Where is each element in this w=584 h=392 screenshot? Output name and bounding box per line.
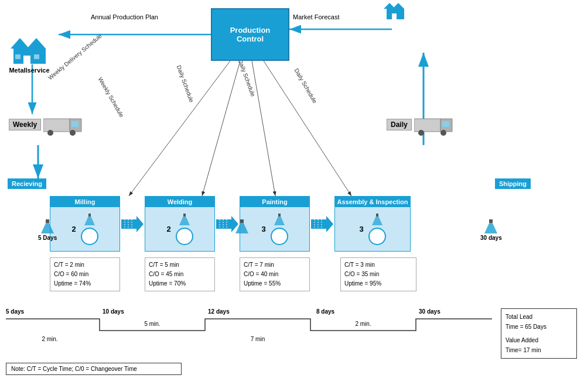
note-box: Note: C/T = Cycle Time; C/0 = Changeover… xyxy=(6,363,182,375)
inv-triangle-1 xyxy=(235,219,248,235)
svg-rect-27 xyxy=(414,119,440,132)
value-added-line2: Time= 17 min xyxy=(506,345,572,355)
assembly-push-icon xyxy=(372,214,382,225)
inv-tri-svg-1 xyxy=(235,219,248,233)
metallservice-area: Metallservice xyxy=(3,38,56,74)
milling-box: Milling 2 xyxy=(50,196,120,252)
svg-point-26 xyxy=(70,130,76,136)
milling-uptime: Uptime = 74% xyxy=(54,279,116,288)
svg-rect-57 xyxy=(489,219,493,223)
daily-schedule-label-3: Daily Schedule xyxy=(293,67,318,104)
daily-label: Daily xyxy=(387,119,412,130)
svg-rect-39 xyxy=(183,214,186,216)
svg-rect-29 xyxy=(442,121,449,127)
push-arrow-3 xyxy=(310,215,334,233)
painting-circle xyxy=(271,228,288,245)
milling-ct: C/T = 2 min xyxy=(54,260,116,270)
daily-truck-area: Daily xyxy=(387,114,463,136)
svg-text:5 min.: 5 min. xyxy=(144,321,160,327)
receiving-box: Recieving xyxy=(8,178,46,189)
info-row: C/T = 2 min C/O = 60 min Uptime = 74% C/… xyxy=(50,257,416,291)
shipping-box: Shipping xyxy=(495,178,531,189)
milling-title: Milling xyxy=(50,197,119,207)
svg-text:2 min.: 2 min. xyxy=(42,336,57,342)
svg-point-30 xyxy=(418,130,424,136)
inv-triangle-2: 30 days xyxy=(480,219,502,241)
svg-rect-19 xyxy=(23,56,30,64)
svg-rect-33 xyxy=(88,214,91,216)
welding-co: C/O = 45 min xyxy=(149,270,211,279)
welding-box: Welding 2 xyxy=(145,196,215,252)
inv-days-2: 30 days xyxy=(480,235,502,241)
milling-qty: 2 xyxy=(71,225,76,233)
welding-qty: 2 xyxy=(166,225,170,233)
svg-rect-20 xyxy=(15,54,21,59)
welding-title: Welding xyxy=(145,197,214,207)
painting-title: Painting xyxy=(240,197,309,207)
svg-line-11 xyxy=(264,61,351,196)
svg-marker-14 xyxy=(392,3,404,9)
inv-tri-svg-2 xyxy=(484,219,497,233)
production-control-box: Production Control xyxy=(211,8,289,61)
inv-days-0: 5 Days xyxy=(38,235,57,241)
assembly-ct: C/T = 3 min xyxy=(344,260,412,270)
milling-push-icon xyxy=(84,214,95,225)
inv-triangle-0: 5 Days xyxy=(38,219,57,241)
svg-rect-51 xyxy=(376,214,378,216)
svg-point-25 xyxy=(47,130,53,136)
process-row: Milling 2 xyxy=(50,196,411,252)
svg-line-8 xyxy=(129,61,230,196)
milling-co: C/O = 60 min xyxy=(54,270,116,279)
painting-uptime: Uptime = 55% xyxy=(244,279,306,288)
total-lead-box: Total Lead Time = 65 Days Value Added Ti… xyxy=(501,308,577,359)
annual-plan-label: Annual Production Plan xyxy=(91,13,158,20)
weekly-truck-area: Weekly xyxy=(9,114,85,136)
svg-line-9 xyxy=(202,61,240,196)
value-stream-map: { "title": "Value Stream Map", "prod_con… xyxy=(0,0,584,392)
svg-text:7 min: 7 min xyxy=(251,336,265,342)
svg-rect-53 xyxy=(46,219,49,223)
total-lead-line1: Total Lead xyxy=(506,312,572,322)
svg-rect-24 xyxy=(71,121,78,127)
push-arrow-1 xyxy=(120,215,145,233)
welding-info: C/T = 5 min C/O = 45 min Uptime = 70% xyxy=(145,257,215,291)
metallservice-label: Metallservice xyxy=(3,67,56,74)
inv-tri-svg-0 xyxy=(41,219,54,233)
milling-circle xyxy=(81,228,98,245)
assembly-info: C/T = 3 min C/O = 35 min Uptime = 95% xyxy=(340,257,416,291)
customer-area: Customer xyxy=(384,3,407,22)
painting-box: Painting 3 xyxy=(240,196,310,252)
svg-rect-55 xyxy=(240,219,244,223)
svg-text:2 min.: 2 min. xyxy=(355,321,371,327)
timeline-svg: 2 min. 5 min. 7 min 2 min. xyxy=(6,313,498,345)
svg-rect-45 xyxy=(278,214,281,216)
painting-ct: C/T = 7 min xyxy=(244,260,306,270)
svg-line-10 xyxy=(252,61,275,196)
daily-schedule-label-2: Daily Schedule xyxy=(237,59,257,97)
assembly-uptime: Uptime = 95% xyxy=(344,279,412,288)
market-forecast-label: Market Forecast xyxy=(293,13,339,20)
daily-schedule-label-1: Daily Schedule xyxy=(176,64,195,103)
metallservice-factory-icon xyxy=(11,38,49,64)
assembly-co: C/O = 35 min xyxy=(344,270,412,279)
welding-ct: C/T = 5 min xyxy=(149,260,211,270)
milling-info: C/T = 2 min C/O = 60 min Uptime = 74% xyxy=(50,257,120,291)
svg-rect-15 xyxy=(392,13,397,19)
svg-marker-18 xyxy=(27,38,46,49)
assembly-title: Assembly & Inspection xyxy=(335,197,410,207)
total-lead-line2: Time = 65 Days xyxy=(506,322,572,332)
welding-uptime: Uptime = 70% xyxy=(149,279,211,288)
weekly-truck-icon xyxy=(43,114,84,136)
assembly-qty: 3 xyxy=(359,225,363,233)
svg-point-31 xyxy=(440,130,446,136)
weekly-label: Weekly xyxy=(9,119,41,130)
customer-factory-icon xyxy=(384,3,407,20)
assembly-circle xyxy=(368,228,386,245)
daily-truck-icon xyxy=(414,114,455,136)
painting-info: C/T = 7 min C/O = 40 min Uptime = 55% xyxy=(240,257,310,291)
value-added-line1: Value Added xyxy=(506,335,572,345)
painting-co: C/O = 40 min xyxy=(244,270,306,279)
painting-qty: 3 xyxy=(261,225,265,233)
svg-rect-22 xyxy=(43,119,70,132)
assembly-box: Assembly & Inspection 3 xyxy=(334,196,411,252)
